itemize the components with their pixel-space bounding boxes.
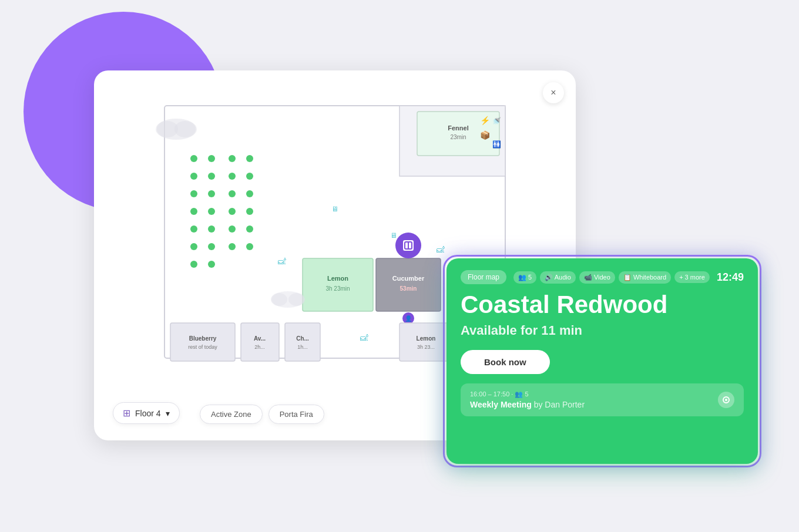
svg-text:2h...: 2h... <box>254 344 265 350</box>
svg-text:Blueberry: Blueberry <box>189 335 217 342</box>
svg-point-23 <box>229 155 236 162</box>
svg-point-14 <box>208 190 215 197</box>
svg-text:🛋: 🛋 <box>278 257 286 266</box>
svg-point-31 <box>229 225 236 233</box>
zone-pill-porta[interactable]: Porta Fira <box>268 405 324 424</box>
svg-point-33 <box>229 243 236 250</box>
svg-point-18 <box>208 225 215 233</box>
amenity-capacity: 👥 5 <box>513 271 536 284</box>
svg-point-13 <box>190 190 197 197</box>
svg-text:🖥: 🖥 <box>390 231 397 240</box>
meeting-details: 16:00 – 17:50 · 👥 5 Weekly Meeting by Da… <box>470 390 585 409</box>
floor-icon: ⊞ <box>123 408 130 419</box>
svg-point-22 <box>208 261 215 268</box>
svg-text:Av...: Av... <box>254 335 266 342</box>
svg-text:🖥: 🖥 <box>331 205 338 213</box>
svg-text:3h 23...: 3h 23... <box>417 344 435 350</box>
meeting-time: 16:00 – 17:50 · 👥 5 <box>470 390 585 398</box>
svg-point-20 <box>208 243 215 250</box>
amenity-audio: 🔊 Audio <box>540 271 576 284</box>
floor-label: Floor 4 <box>135 409 161 418</box>
svg-point-19 <box>190 243 197 250</box>
svg-point-24 <box>246 155 253 162</box>
svg-point-21 <box>190 261 197 268</box>
svg-point-34 <box>246 243 253 250</box>
svg-point-74 <box>725 399 727 401</box>
svg-point-15 <box>190 208 197 215</box>
svg-point-10 <box>208 155 215 162</box>
svg-point-12 <box>208 173 215 180</box>
amenity-more: + 3 more <box>674 271 710 283</box>
zone-pills-container: Active Zone Porta Fira <box>200 405 324 424</box>
svg-text:🚿: 🚿 <box>492 116 501 125</box>
amenity-whiteboard: 📋 Whiteboard <box>619 271 671 284</box>
svg-point-69 <box>288 293 305 306</box>
svg-text:Lemon: Lemon <box>417 335 436 342</box>
svg-point-29 <box>229 208 236 215</box>
svg-point-25 <box>229 173 236 180</box>
svg-rect-54 <box>241 323 279 361</box>
svg-point-9 <box>190 155 197 162</box>
amenity-video: 📹 Video <box>579 271 615 284</box>
svg-text:👤: 👤 <box>405 315 412 322</box>
meeting-expand-icon[interactable] <box>718 392 734 408</box>
meeting-name: Weekly Meeting by Dan Porter <box>470 400 585 409</box>
zone-pill-active[interactable]: Active Zone <box>200 405 263 424</box>
svg-point-28 <box>246 190 253 197</box>
svg-text:Lemon: Lemon <box>327 275 348 282</box>
chevron-down-icon: ▾ <box>166 409 170 418</box>
svg-point-16 <box>208 208 215 215</box>
svg-point-30 <box>246 208 253 215</box>
close-button[interactable]: × <box>543 82 564 103</box>
svg-text:⚡: ⚡ <box>480 116 491 126</box>
svg-point-66 <box>174 121 196 137</box>
svg-text:Fennel: Fennel <box>448 124 468 132</box>
room-card-header: Floor map 👥 5 🔊 Audio 📹 Video 📋 Whiteboa… <box>461 270 744 284</box>
availability-text: Available for 11 min <box>461 323 744 338</box>
svg-text:1h...: 1h... <box>297 344 308 350</box>
current-time: 12:49 <box>717 271 744 284</box>
svg-text:rest of today: rest of today <box>188 344 217 350</box>
svg-text:53min: 53min <box>400 285 417 292</box>
svg-text:🚻: 🚻 <box>492 140 501 149</box>
svg-text:Cucumber: Cucumber <box>392 275 425 282</box>
svg-text:🛋: 🛋 <box>437 245 445 254</box>
svg-rect-57 <box>285 323 320 361</box>
svg-text:📦: 📦 <box>480 130 491 140</box>
floor-map-tab[interactable]: Floor map <box>461 270 506 284</box>
svg-text:Ch...: Ch... <box>296 335 309 342</box>
svg-point-26 <box>246 173 253 180</box>
svg-point-17 <box>190 225 197 233</box>
svg-point-32 <box>246 225 253 233</box>
meeting-entry: 16:00 – 17:50 · 👥 5 Weekly Meeting by Da… <box>461 383 744 416</box>
room-name: Coastal Redwood <box>461 291 744 318</box>
svg-rect-51 <box>170 323 235 361</box>
amenity-pills: 👥 5 🔊 Audio 📹 Video 📋 Whiteboard + 3 mor… <box>513 271 710 284</box>
svg-point-68 <box>271 293 287 306</box>
svg-point-27 <box>229 190 236 197</box>
room-booking-card: Floor map 👥 5 🔊 Audio 📹 Video 📋 Whiteboa… <box>446 258 758 464</box>
book-now-button[interactable]: Book now <box>461 350 550 374</box>
svg-text:23min: 23min <box>450 134 466 140</box>
svg-rect-35 <box>303 258 373 311</box>
svg-text:🛋: 🛋 <box>360 333 368 342</box>
svg-text:3h 23min: 3h 23min <box>325 285 350 292</box>
svg-point-11 <box>190 173 197 180</box>
floor-selector[interactable]: ⊞ Floor 4 ▾ <box>113 402 180 424</box>
svg-rect-38 <box>376 258 441 311</box>
